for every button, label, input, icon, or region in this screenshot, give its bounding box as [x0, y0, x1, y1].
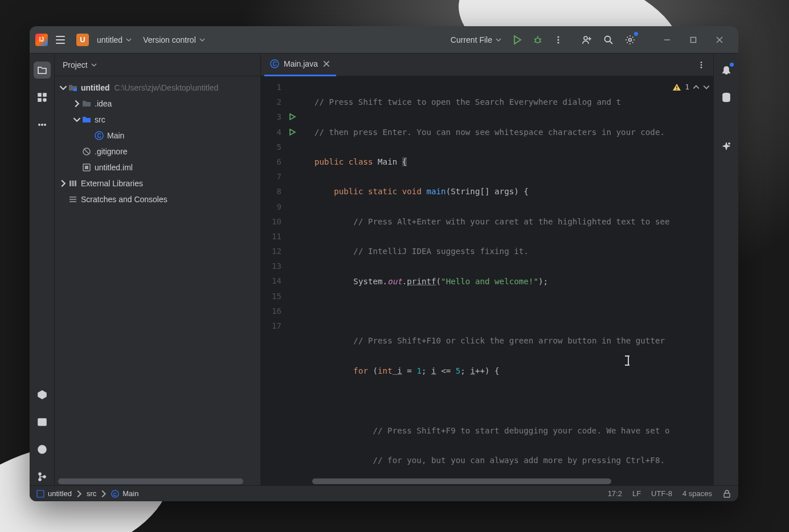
- text-cursor-icon: [627, 355, 628, 366]
- chevron-right-icon: [73, 100, 81, 108]
- tab-menu-button[interactable]: [693, 60, 710, 69]
- code-with-me-button[interactable]: [578, 31, 596, 49]
- project-scrollbar[interactable]: [58, 478, 243, 484]
- tree-item-ext-libs[interactable]: External Libraries: [55, 175, 260, 191]
- close-button[interactable]: [706, 31, 733, 49]
- line-gutter: 1234567891011121314151617: [261, 76, 286, 478]
- chevron-down-icon: [496, 37, 501, 43]
- svg-rect-16: [691, 37, 696, 42]
- tree-item-src[interactable]: src: [55, 112, 260, 128]
- database-tool-button[interactable]: [718, 89, 735, 106]
- tree-item-iml[interactable]: untitled.iml: [55, 159, 260, 175]
- maximize-button[interactable]: [680, 31, 706, 49]
- chevron-down-icon: [73, 116, 81, 124]
- svg-point-6: [558, 36, 559, 38]
- terminal-tool-button[interactable]: [34, 414, 51, 431]
- svg-text:C: C: [272, 61, 276, 67]
- editor[interactable]: 1234567891011121314151617 // Press Shift…: [261, 76, 713, 478]
- status-indent[interactable]: 4 spaces: [682, 489, 712, 498]
- project-tool-button[interactable]: [34, 62, 51, 79]
- project-selector[interactable]: untitled: [93, 33, 135, 47]
- svg-point-8: [558, 42, 559, 43]
- warning-count: 1: [685, 80, 689, 95]
- tree-item-label: Main: [107, 131, 124, 140]
- notification-badge: [730, 63, 734, 67]
- more-actions-button[interactable]: [549, 31, 567, 49]
- notifications-tool-button[interactable]: [718, 62, 735, 79]
- tree-item-label: Scratches and Consoles: [81, 195, 167, 204]
- run-config-label: Current File: [451, 35, 492, 44]
- svg-text:C: C: [113, 491, 117, 497]
- lock-icon[interactable]: [722, 489, 731, 498]
- services-tool-button[interactable]: [34, 386, 51, 403]
- svg-point-9: [584, 36, 587, 40]
- chevron-up-icon[interactable]: [693, 84, 700, 91]
- breadcrumb-item: src: [87, 489, 96, 498]
- inspection-widget[interactable]: 1: [672, 80, 710, 95]
- tree-item-gitignore[interactable]: .gitignore: [55, 144, 260, 159]
- editor-tab-main[interactable]: C Main.java: [264, 54, 336, 76]
- run-button[interactable]: [508, 31, 526, 49]
- chevron-right-icon: [100, 490, 108, 498]
- debug-button[interactable]: [529, 31, 547, 49]
- problems-tool-button[interactable]: [34, 441, 51, 458]
- scratches-icon: [68, 195, 77, 204]
- run-config-selector[interactable]: Current File: [446, 33, 506, 47]
- version-control-menu[interactable]: Version control: [140, 33, 209, 47]
- folder-icon: [68, 83, 77, 92]
- svg-rect-20: [43, 93, 46, 96]
- svg-point-33: [39, 478, 41, 481]
- class-icon: C: [111, 490, 119, 498]
- close-icon[interactable]: [322, 60, 330, 68]
- folder-icon: [82, 99, 91, 108]
- svg-rect-41: [85, 166, 88, 169]
- run-line-icon[interactable]: [286, 109, 305, 124]
- breadcrumb-item: untitled: [48, 489, 72, 498]
- tree-root-name: untitled: [81, 83, 110, 92]
- svg-rect-19: [38, 93, 41, 96]
- module-icon: [82, 163, 91, 172]
- settings-badge: [634, 32, 638, 36]
- more-tool-button[interactable]: [34, 116, 51, 133]
- warning-icon: [672, 83, 681, 92]
- class-icon: C: [95, 131, 104, 140]
- project-panel-header[interactable]: Project: [55, 54, 260, 76]
- settings-button[interactable]: [621, 31, 639, 49]
- chevron-right-icon: [75, 490, 83, 498]
- editor-scrollbar-h[interactable]: [312, 478, 611, 484]
- minimize-button[interactable]: [654, 31, 680, 49]
- search-button[interactable]: [599, 31, 618, 49]
- git-tool-button[interactable]: [34, 468, 51, 485]
- svg-point-52: [701, 62, 702, 63]
- tree-item-label: .idea: [95, 99, 112, 108]
- tree-item-label: src: [95, 115, 105, 124]
- structure-tool-button[interactable]: [34, 89, 51, 106]
- ide-window: IJ U untitled Version control Current Fi…: [30, 26, 738, 501]
- project-panel: Project untitled C:\Users\zjw\Desktop\un…: [55, 54, 261, 485]
- vcs-label: Version control: [143, 35, 196, 44]
- ai-tool-button[interactable]: [718, 138, 735, 155]
- breadcrumb[interactable]: untitled src C Main: [36, 489, 138, 498]
- tree-root[interactable]: untitled C:\Users\zjw\Desktop\untitled: [55, 80, 260, 96]
- status-encoding[interactable]: UTF-8: [651, 489, 672, 498]
- main-menu-button[interactable]: [52, 32, 68, 48]
- status-line-ending[interactable]: LF: [632, 489, 641, 498]
- svg-point-32: [39, 473, 41, 475]
- module-icon: [36, 490, 44, 498]
- library-icon: [68, 179, 77, 188]
- run-line-icon[interactable]: [286, 125, 305, 140]
- svg-point-54: [701, 67, 702, 68]
- tree-item-main[interactable]: C Main: [55, 128, 260, 144]
- run-gutter: [286, 76, 305, 478]
- chevron-down-icon[interactable]: [703, 84, 710, 91]
- project-tree: untitled C:\Users\zjw\Desktop\untitled .…: [55, 76, 260, 478]
- chevron-right-icon: [59, 179, 67, 187]
- code-content[interactable]: // Press Shift twice to open the Search …: [305, 76, 713, 478]
- editor-area: C Main.java 1234567891011121314151617: [261, 54, 713, 485]
- editor-tabbar: C Main.java: [261, 54, 713, 76]
- svg-rect-35: [73, 88, 77, 91]
- tree-item-scratches[interactable]: Scratches and Consoles: [55, 191, 260, 207]
- tree-item-idea[interactable]: .idea: [55, 96, 260, 112]
- status-position[interactable]: 17:2: [608, 489, 622, 498]
- chevron-down-icon: [91, 62, 97, 68]
